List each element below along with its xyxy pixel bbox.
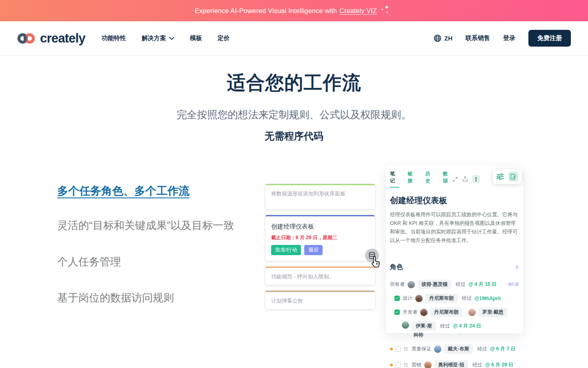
role-date: @ 4 月 24 日	[453, 323, 481, 330]
role-date: @ 6 月 7 日	[490, 346, 515, 352]
role-date: @ 6 月 29 日	[485, 361, 513, 368]
checkbox-empty-icon	[396, 362, 401, 368]
creately-logo-icon	[17, 32, 36, 45]
share-icon	[462, 176, 468, 182]
person-name: 伊莱·斯	[412, 321, 436, 331]
roles-header: 角色 从	[390, 263, 519, 272]
role-date: @ 4 月 15 日	[468, 281, 497, 288]
globe-icon	[434, 34, 441, 42]
sliders-icon	[496, 173, 504, 180]
tab-links: 链接	[408, 171, 417, 188]
task-card-text: 功能规范 - 呼叫加入限制。	[271, 273, 369, 280]
person-name: 丹尼斯布朗	[425, 294, 457, 303]
bullet-icon	[390, 364, 393, 366]
person-name: 奥利维亚·祖	[434, 360, 468, 368]
cursor-overlay	[363, 249, 388, 274]
feature-text-column: 多个任务角色、多个工作流 灵活的“目标和关键成果”以及目标一致 个人任务管理 基…	[57, 184, 253, 307]
person-name: 戴夫·布斯	[444, 344, 473, 354]
nav-features[interactable]: 功能特性	[102, 34, 126, 42]
language-code: ZH	[444, 35, 452, 42]
role-row-qa: 质量保证 戴夫·布斯 经过 @ 6 月 7 日	[390, 344, 519, 354]
feature-section: 多个任务角色、多个工作流 灵活的“目标和关键成果”以及目标一致 个人任务管理 基…	[0, 166, 588, 368]
roles-list: 所有者 彼得·惠灵顿 经过 @ 4 月 15 日 他们是 ✓ 设计 丹尼斯布朗 …	[390, 280, 519, 368]
language-selector[interactable]: ZH	[434, 34, 452, 42]
tab-notes: 笔记	[390, 171, 399, 188]
role-row-design: ✓ 设计 丹尼斯布朗 经过 @19thApril	[394, 294, 519, 303]
page-emphasis: 无需程序代码	[0, 130, 588, 143]
task-card-spec: 功能规范 - 呼叫加入限制。	[265, 267, 375, 285]
task-card-blog: 计划博客公告	[265, 291, 375, 309]
panel-description: 经理仪表板将用作可以跟踪员工绩效的中心位置。它将与 OKR 和 KPI 相关联，…	[390, 211, 519, 245]
role-date: @19thApril	[474, 296, 501, 301]
site-header: creately 功能特性 解决方案 模板 定价 ZH 联系销售 登录 免费注册	[0, 21, 588, 56]
task-card-text: 将数据源形状添加到形状库面板	[271, 190, 369, 197]
avatar	[468, 309, 476, 316]
avatar	[408, 281, 415, 288]
mock-task-cards: 将数据源形状添加到形状库面板 创建经理仪表板 截止日期：6 月 29 日，星期二…	[265, 184, 375, 315]
person-name-stack: 伊莱·斯 科特	[412, 321, 436, 339]
feature-item-3: 基于岗位的数据访问规则	[57, 289, 253, 307]
from-label: 从	[515, 265, 519, 270]
kebab-menu-icon: ⋮	[472, 175, 480, 183]
subtask-tree-icon	[404, 363, 409, 368]
bullet-icon	[390, 348, 393, 350]
avatar	[420, 309, 428, 316]
avatar	[424, 361, 432, 368]
role-row-marketing: 营销 奥利维亚·祖 经过 @ 6 月 29 日	[390, 360, 519, 368]
panel-tabs: 笔记 链接 历史 数据	[390, 171, 452, 188]
feature-heading-link[interactable]: 多个任务角色、多个工作流	[57, 184, 189, 198]
checkbox-checked-icon: ✓	[394, 310, 400, 315]
chevron-down-icon	[169, 37, 174, 40]
checkbox-checked-icon: ✓	[394, 296, 400, 301]
roles-heading: 角色	[390, 263, 403, 272]
logo-wordmark: creately	[40, 31, 85, 46]
expand-icon	[452, 177, 458, 182]
task-tags: 批准/行动 最后	[271, 245, 369, 255]
contact-sales-link[interactable]: 联系销售	[466, 34, 490, 42]
hand-cursor-icon	[369, 254, 383, 269]
main-nav: 功能特性 解决方案 模板 定价	[102, 34, 230, 42]
hero-section: 适合您的工作流 完全按照您的想法来定制规则、公式以及权限规则。 无需程序代码	[0, 70, 588, 143]
subtask-tree-icon	[404, 347, 409, 352]
page-subtitle: 完全按照您的想法来定制规则、公式以及权限规则。	[0, 108, 588, 121]
person-name: 罗里·戴恩	[479, 307, 507, 317]
role-row-developer: ✓ 开发者 丹尼斯布朗 罗里·戴恩	[394, 307, 519, 317]
person-name: 彼得·惠灵顿	[418, 280, 451, 289]
assignee-label: 他们是	[508, 282, 519, 287]
panel-header-icons: ⋮	[452, 175, 480, 183]
mock-detail-panel: 笔记 链接 历史 数据 ⋮	[386, 166, 523, 333]
login-link[interactable]: 登录	[503, 34, 515, 42]
signup-button[interactable]: 免费注册	[528, 30, 571, 47]
edit-note-icon	[508, 172, 518, 182]
feature-item-1: 灵活的“目标和关键成果”以及目标一致	[57, 216, 253, 235]
nav-solutions[interactable]: 解决方案	[142, 34, 174, 42]
task-card-dashboard: 创建经理仪表板 截止日期：6 月 29 日，星期二 批准/行动 最后	[265, 215, 375, 261]
header-actions: ZH 联系销售 登录 免费注册	[434, 30, 571, 47]
tag-last: 最后	[304, 245, 323, 255]
feature-item-2: 个人任务管理	[57, 253, 253, 271]
sparkles-icon: ✦ ✦ ✦	[381, 4, 393, 17]
avatar	[415, 295, 423, 302]
task-card-text: 计划博客公告	[271, 297, 369, 305]
floating-toolbar	[493, 169, 521, 184]
avatar	[402, 321, 409, 329]
tab-history: 历史	[425, 171, 435, 188]
person-name-line2: 科特	[414, 332, 436, 339]
tab-data: 数据	[443, 171, 452, 188]
nav-pricing[interactable]: 定价	[218, 34, 230, 42]
tag-approve-action: 批准/行动	[271, 245, 301, 255]
task-card-placeholder: 将数据源形状添加到形状库面板	[265, 184, 375, 209]
nav-templates[interactable]: 模板	[190, 34, 202, 42]
panel-header: 笔记 链接 历史 数据 ⋮	[390, 171, 519, 188]
checkbox-empty-icon	[396, 346, 401, 352]
avatar	[434, 346, 441, 353]
creately-viz-link[interactable]: Creately VIZ	[339, 7, 377, 15]
panel-title: 创建经理仪表板	[390, 195, 519, 206]
creately-logo[interactable]: creately	[17, 31, 85, 46]
promo-banner: Experience AI-Powered Visual Intelligenc…	[0, 0, 588, 21]
role-row-developer-2: 伊莱·斯 科特 经过 @ 4 月 24 日	[402, 321, 519, 339]
promo-text: Experience AI-Powered Visual Intelligenc…	[195, 7, 337, 15]
person-name: 丹尼斯布朗	[430, 307, 462, 317]
page-title: 适合您的工作流	[0, 70, 588, 96]
task-due-date: 截止日期：6 月 29 日，星期二	[271, 234, 369, 241]
